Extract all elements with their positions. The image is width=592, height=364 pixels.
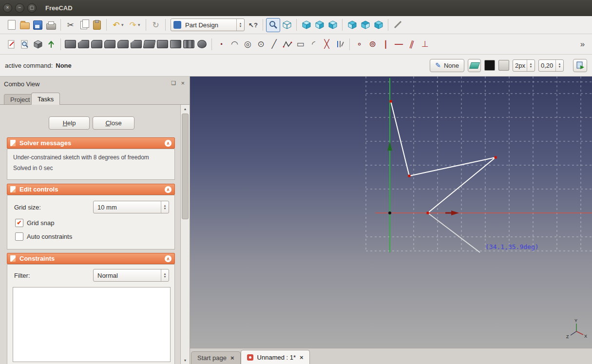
constrain-point-on-object-button[interactable]: ⊚ bbox=[366, 38, 379, 51]
create-polyline-button[interactable] bbox=[281, 38, 294, 51]
grid-snap-checkbox[interactable]: ✔ bbox=[15, 219, 23, 227]
element-color-swatch[interactable] bbox=[498, 60, 509, 71]
close-button[interactable]: Close bbox=[93, 116, 134, 130]
refresh-button[interactable]: ↻ bbox=[149, 19, 162, 32]
fit-all-button[interactable] bbox=[266, 18, 280, 32]
edit-sketch-button[interactable] bbox=[18, 38, 31, 51]
collapse-section-icon[interactable]: ∧ bbox=[165, 255, 172, 262]
create-arc-button[interactable]: ◠ bbox=[228, 38, 241, 51]
sketch-vertex[interactable] bbox=[495, 156, 497, 159]
window-close-button[interactable]: × bbox=[3, 3, 12, 13]
workbench-spinner[interactable]: ▲▼ bbox=[236, 19, 244, 31]
fillet-button[interactable] bbox=[116, 38, 130, 51]
front-view-button[interactable] bbox=[300, 19, 313, 32]
line-width-spinbox[interactable]: 2px ▲▼ bbox=[513, 59, 535, 72]
rear-view-button[interactable] bbox=[345, 19, 359, 32]
close-tab-icon[interactable]: × bbox=[230, 354, 234, 362]
constrain-coincident-button[interactable]: ∘ bbox=[353, 38, 366, 51]
toolbar-overflow-button[interactable]: » bbox=[576, 38, 589, 51]
float-panel-icon[interactable]: ❏ bbox=[171, 80, 176, 86]
polar-pattern-button[interactable] bbox=[195, 38, 209, 51]
revolution-button[interactable] bbox=[90, 38, 103, 51]
external-geometry-button[interactable] bbox=[333, 38, 346, 51]
pocket-button[interactable] bbox=[77, 38, 90, 51]
left-view-button[interactable] bbox=[372, 19, 385, 32]
point-size-spinbox[interactable]: 0,20 ▲▼ bbox=[538, 59, 564, 72]
axonometric-view-button[interactable] bbox=[280, 19, 293, 32]
chamfer-button[interactable] bbox=[130, 38, 143, 51]
new-sketch-button[interactable] bbox=[5, 38, 18, 51]
redo-dropdown-arrow[interactable]: ▾ bbox=[138, 22, 143, 27]
whats-this-button[interactable]: ↖? bbox=[247, 19, 260, 32]
constraint-filter-combobox[interactable]: Normal ▲▼ bbox=[93, 269, 169, 282]
tab-start-page[interactable]: Start page × bbox=[191, 351, 241, 364]
mirrored-button[interactable] bbox=[169, 38, 182, 51]
paste-button[interactable] bbox=[90, 19, 103, 32]
tab-tasks[interactable]: Tasks bbox=[31, 93, 60, 105]
groove-button[interactable] bbox=[103, 38, 116, 51]
sketch-vertex[interactable] bbox=[408, 175, 411, 177]
create-circle-button[interactable]: ◎ bbox=[241, 38, 254, 51]
create-ellipse-button[interactable]: ⊙ bbox=[254, 38, 267, 51]
constraints-list[interactable] bbox=[13, 287, 171, 362]
sketch-vertex[interactable] bbox=[427, 212, 429, 214]
thickness-button[interactable] bbox=[156, 38, 169, 51]
scroll-up-arrow[interactable]: ▲ bbox=[181, 105, 190, 113]
edit-mode-button[interactable]: ✎ None bbox=[430, 59, 464, 72]
export-view-button[interactable] bbox=[573, 59, 587, 72]
undo-button[interactable]: ↶ bbox=[110, 19, 123, 32]
constrain-horizontal-button[interactable]: — bbox=[392, 38, 405, 51]
sketch-polyline[interactable] bbox=[391, 101, 496, 213]
leave-sketch-button[interactable] bbox=[44, 38, 57, 51]
window-maximize-button[interactable]: ▢ bbox=[27, 3, 37, 13]
create-rectangle-button[interactable]: ▭ bbox=[294, 38, 307, 51]
constrain-perpendicular-button[interactable]: ⊥ bbox=[419, 38, 432, 51]
sketch-canvas[interactable]: (34.1,35.9deg) Y X Z bbox=[190, 77, 592, 348]
constrain-parallel-button[interactable]: ∥ bbox=[405, 38, 419, 51]
close-tab-icon[interactable]: × bbox=[300, 354, 304, 361]
toggle-snap-button[interactable] bbox=[468, 59, 481, 72]
open-file-button[interactable] bbox=[18, 19, 31, 32]
top-view-button[interactable] bbox=[313, 19, 326, 32]
measure-distance-button[interactable] bbox=[391, 19, 404, 32]
create-line-button[interactable]: ╱ bbox=[267, 38, 281, 51]
redo-button[interactable]: ↷ bbox=[126, 19, 139, 32]
solver-messages-header[interactable]: Solver messages ∧ bbox=[7, 137, 175, 149]
3d-viewport[interactable]: (34.1,35.9deg) Y X Z Start page × Unname… bbox=[190, 77, 592, 364]
draft-button[interactable] bbox=[143, 38, 156, 51]
copy-button[interactable] bbox=[77, 19, 90, 32]
help-button[interactable]: Help bbox=[49, 116, 90, 130]
scrollbar-thumb[interactable] bbox=[182, 114, 189, 219]
auto-constraints-label[interactable]: Auto constraints bbox=[27, 233, 72, 240]
trim-edge-button[interactable]: ╳ bbox=[320, 38, 333, 51]
window-minimize-button[interactable]: − bbox=[15, 3, 24, 13]
close-panel-icon[interactable]: × bbox=[181, 80, 185, 86]
grid-snap-label[interactable]: Grid snap bbox=[27, 219, 54, 227]
cut-button[interactable]: ✂ bbox=[64, 19, 77, 32]
sketch-vertex[interactable] bbox=[390, 100, 392, 103]
bottom-view-button[interactable] bbox=[359, 19, 372, 32]
create-fillet-button[interactable]: ◜ bbox=[307, 38, 320, 51]
tab-unnamed-document[interactable]: Unnamed : 1* × bbox=[241, 350, 310, 364]
save-file-button[interactable] bbox=[31, 19, 44, 32]
scroll-down-arrow[interactable]: ▼ bbox=[181, 356, 190, 364]
origin-point[interactable] bbox=[388, 211, 391, 214]
line-color-swatch[interactable] bbox=[484, 60, 495, 71]
edit-controls-header[interactable]: Edit controls ∧ bbox=[7, 184, 175, 195]
right-view-button[interactable] bbox=[326, 19, 339, 32]
pad-button[interactable] bbox=[64, 38, 77, 51]
create-point-button[interactable]: • bbox=[215, 38, 228, 51]
collapse-section-icon[interactable]: ∧ bbox=[165, 186, 172, 193]
collapse-section-icon[interactable]: ∧ bbox=[165, 140, 172, 147]
map-sketch-button[interactable] bbox=[31, 38, 44, 51]
constrain-vertical-button[interactable]: ∣ bbox=[379, 38, 392, 51]
linear-pattern-button[interactable] bbox=[182, 38, 195, 51]
grid-size-combobox[interactable]: 10 mm ▲▼ bbox=[93, 201, 169, 213]
print-button[interactable] bbox=[44, 19, 57, 32]
undo-dropdown-arrow[interactable]: ▾ bbox=[121, 22, 126, 27]
workbench-selector[interactable]: Part Design ▲▼ bbox=[171, 19, 245, 31]
new-file-button[interactable] bbox=[5, 19, 18, 32]
constraints-header[interactable]: Constraints ∧ bbox=[7, 253, 175, 264]
tasks-scrollbar[interactable]: ▲ ▼ bbox=[180, 105, 190, 364]
auto-constraints-checkbox[interactable] bbox=[15, 232, 23, 241]
